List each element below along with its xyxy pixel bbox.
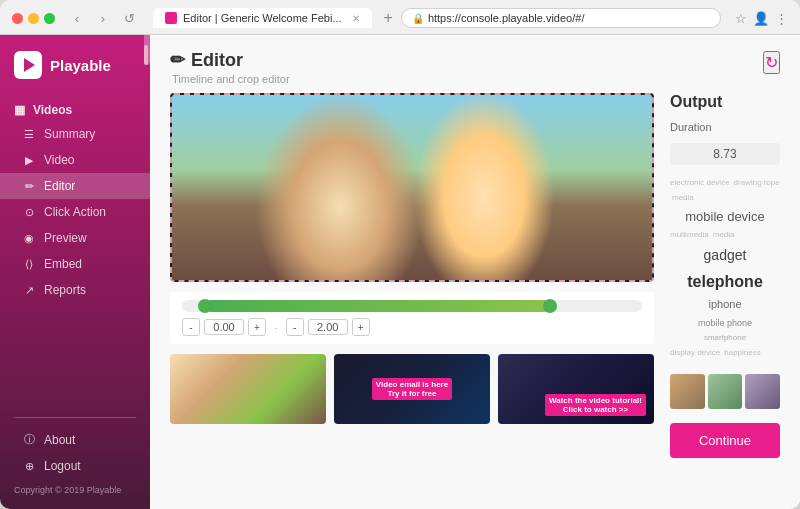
tag-smartphone: smartphone <box>670 332 780 345</box>
sidebar-item-label: About <box>44 433 75 447</box>
output-thumb-2 <box>708 374 743 409</box>
tag-happiness: happiness <box>724 347 760 360</box>
sidebar-item-label: Logout <box>44 459 81 473</box>
sidebar-item-label: Video <box>44 153 74 167</box>
tags-cloud: electronic device drawing rope media mob… <box>670 177 780 360</box>
browser-tab[interactable]: Editor | Generic Welcome Febi... ✕ <box>153 8 372 28</box>
sidebar-item-about[interactable]: ⓘ About <box>0 426 150 453</box>
app-layout: Playable ▦ Videos ☰ Summary ▶ Video ✏ Ed… <box>0 35 800 509</box>
sidebar-item-reports[interactable]: ↗ Reports <box>0 277 150 303</box>
tag-gadget: gadget <box>670 244 780 266</box>
page-title-area: ✏ Editor Timeline and crop editor <box>170 49 290 85</box>
duration-badge: 8.73 <box>670 143 780 165</box>
timeline-handle-right[interactable] <box>543 299 557 313</box>
page-subtitle: Timeline and crop editor <box>170 73 290 85</box>
copyright-text: Copyright © 2019 Playable <box>0 479 150 501</box>
reports-icon: ↗ <box>22 284 36 297</box>
end-minus-button[interactable]: - <box>286 318 304 336</box>
editor-area: - 0.00 + - - 2.00 + <box>170 93 654 499</box>
sidebar-item-preview[interactable]: ◉ Preview <box>0 225 150 251</box>
tag-telephone: telephone <box>670 269 780 295</box>
sidebar-section-label: Videos <box>33 103 72 117</box>
main-content: ✏ Editor Timeline and crop editor ↻ <box>150 35 800 509</box>
logo-text: Playable <box>50 57 111 74</box>
timeline-controls: - 0.00 + - - 2.00 + <box>182 318 642 336</box>
account-icon[interactable]: 👤 <box>753 11 769 26</box>
tag-display-device: display device <box>670 347 720 360</box>
sidebar-item-label: Embed <box>44 257 82 271</box>
tag-mobile-device: mobile device <box>670 207 780 228</box>
secure-icon: 🔒 <box>412 13 424 24</box>
output-thumb-1 <box>670 374 705 409</box>
url-text: https://console.playable.video/#/ <box>428 12 585 24</box>
timeline-track[interactable] <box>182 300 642 312</box>
sidebar-item-embed[interactable]: ⟨⟩ Embed <box>0 251 150 277</box>
tag-iphone: iphone <box>670 296 780 314</box>
scroll-indicator <box>144 45 148 65</box>
start-time-value[interactable]: 0.00 <box>204 319 244 335</box>
tag-drawing: drawing <box>734 177 762 190</box>
close-button[interactable] <box>12 13 23 24</box>
refresh-button[interactable]: ↻ <box>763 51 780 74</box>
output-thumb-3 <box>745 374 780 409</box>
sidebar-item-logout[interactable]: ⊕ Logout <box>0 453 150 479</box>
embed-icon: ⟨⟩ <box>22 258 36 271</box>
start-minus-button[interactable]: - <box>182 318 200 336</box>
sidebar-item-label: Editor <box>44 179 75 193</box>
browser-chrome: ‹ › ↺ Editor | Generic Welcome Febi... ✕… <box>0 0 800 35</box>
output-thumbnails <box>670 374 780 409</box>
sidebar-item-label: Preview <box>44 231 87 245</box>
sidebar-item-editor[interactable]: ✏ Editor <box>0 173 150 199</box>
sidebar-item-click-action[interactable]: ⊙ Click Action <box>0 199 150 225</box>
editor-icon: ✏ <box>22 180 36 193</box>
traffic-lights <box>12 13 55 24</box>
play-icon <box>24 58 35 72</box>
reload-button[interactable]: ↺ <box>119 8 139 28</box>
tag-media2: media <box>713 229 735 242</box>
browser-actions: ☆ 👤 ⋮ <box>735 11 788 26</box>
logo-icon <box>14 51 42 79</box>
logout-icon: ⊕ <box>22 460 36 473</box>
tag-rope: rope <box>764 177 780 190</box>
browser-nav: ‹ › ↺ <box>67 8 139 28</box>
thumbnail-2[interactable]: Video email is hereTry it for free <box>334 354 490 424</box>
timeline-separator: - <box>274 321 278 333</box>
bookmark-icon[interactable]: ☆ <box>735 11 747 26</box>
output-title: Output <box>670 93 780 111</box>
sidebar-item-video[interactable]: ▶ Video <box>0 147 150 173</box>
video-preview <box>170 93 654 282</box>
menu-icon[interactable]: ⋮ <box>775 11 788 26</box>
sidebar-section-videos: ▦ Videos <box>0 95 150 121</box>
thumbnails-row: Video email is hereTry it for free Watch… <box>170 354 654 424</box>
sidebar-item-label: Reports <box>44 283 86 297</box>
video-icon: ▶ <box>22 154 36 167</box>
sidebar-item-label: Summary <box>44 127 95 141</box>
continue-button[interactable]: Continue <box>670 423 780 458</box>
start-plus-button[interactable]: + <box>248 318 266 336</box>
video-placeholder <box>172 95 652 280</box>
timeline-fill <box>205 300 550 312</box>
back-button[interactable]: ‹ <box>67 8 87 28</box>
sidebar-item-summary[interactable]: ☰ Summary <box>0 121 150 147</box>
new-tab-button[interactable]: + <box>384 9 393 27</box>
minimize-button[interactable] <box>28 13 39 24</box>
summary-icon: ☰ <box>22 128 36 141</box>
tag-multimedia: multimedia <box>670 229 709 242</box>
tab-close-button[interactable]: ✕ <box>352 13 360 24</box>
editor-pencil-icon: ✏ <box>170 49 185 71</box>
thumbnail-3[interactable]: Watch the video tutorial!Click to watch … <box>498 354 654 424</box>
tab-title: Editor | Generic Welcome Febi... <box>183 12 342 24</box>
about-icon: ⓘ <box>22 432 36 447</box>
thumbnail-1[interactable] <box>170 354 326 424</box>
maximize-button[interactable] <box>44 13 55 24</box>
sidebar-bottom: ⓘ About ⊕ Logout Copyright © 2019 Playab… <box>0 409 150 509</box>
couple-scene <box>172 95 652 280</box>
address-bar[interactable]: 🔒 https://console.playable.video/#/ <box>401 8 721 28</box>
thumb-overlay-2: Video email is hereTry it for free <box>334 354 490 424</box>
forward-button[interactable]: › <box>93 8 113 28</box>
end-time-value[interactable]: 2.00 <box>308 319 348 335</box>
tab-favicon <box>165 12 177 24</box>
end-plus-button[interactable]: + <box>352 318 370 336</box>
timeline-handle-left[interactable] <box>198 299 212 313</box>
duration-label: Duration <box>670 121 780 133</box>
